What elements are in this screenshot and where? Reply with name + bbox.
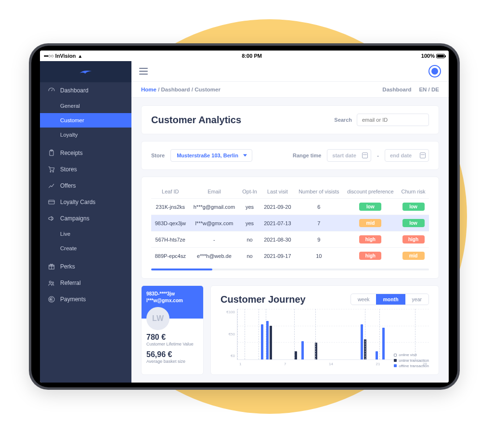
discount-badge: low bbox=[359, 203, 381, 211]
sidebar-item-label: Customer bbox=[60, 117, 84, 123]
column-header[interactable]: Last visit bbox=[260, 185, 295, 199]
sidebar-item-loyalty[interactable]: Loyalty bbox=[40, 128, 131, 142]
visit-marker bbox=[415, 309, 415, 359]
journey-chart: €100€50€0 17142128 online visit online bbox=[221, 309, 429, 367]
euro-icon bbox=[48, 295, 55, 303]
range-label: Range time bbox=[293, 153, 321, 158]
main-content: Home / Dashboard / Customer Dashboard EN… bbox=[131, 61, 449, 383]
chart-day bbox=[300, 309, 306, 359]
chart-day bbox=[367, 309, 373, 359]
cell-visits: 6 bbox=[295, 199, 343, 215]
sidebar-item-dashboard[interactable]: Dashboard bbox=[40, 82, 131, 99]
bar-online bbox=[295, 351, 297, 359]
breadcrumb-dashboard[interactable]: Dashboard bbox=[161, 87, 190, 92]
table-row[interactable]: 983D-qex3jwl***w@gmx.comyes2021-07-137mi… bbox=[151, 215, 429, 231]
page-header-card: Customer Analytics Search bbox=[141, 105, 439, 134]
chart-day bbox=[334, 309, 339, 359]
sidebar-item-live[interactable]: Live bbox=[40, 227, 131, 241]
sidebar-item-receipts[interactable]: Receipts bbox=[40, 145, 131, 161]
sidebar-item-general[interactable]: General bbox=[40, 99, 131, 113]
chart-day bbox=[253, 309, 259, 359]
breadcrumb-customer[interactable]: Customer bbox=[195, 87, 221, 92]
start-date-input[interactable]: start date bbox=[327, 149, 371, 162]
app-logo[interactable] bbox=[40, 61, 131, 82]
toggle-month[interactable]: month bbox=[376, 294, 405, 305]
toggle-year[interactable]: year bbox=[405, 294, 428, 305]
cell-visits: 10 bbox=[295, 248, 343, 264]
sidebar-item-label: Referral bbox=[60, 280, 81, 286]
end-date-input[interactable]: end date bbox=[385, 149, 429, 162]
sidebar-item-loyalty-cards[interactable]: Loyalty Cards bbox=[40, 194, 131, 210]
sidebar-item-payments[interactable]: Payments bbox=[40, 291, 131, 307]
breadcrumb: Home / Dashboard / Customer Dashboard EN… bbox=[131, 82, 449, 98]
table-row[interactable]: 889P-epc4sze***h@web.deno2021-09-1710hig… bbox=[151, 248, 429, 264]
customer-table-card: Leaf IDEmailOpt-InLast visitNumber of vi… bbox=[141, 177, 439, 279]
search-input[interactable] bbox=[357, 114, 429, 126]
chart-day bbox=[415, 309, 420, 359]
chart-day bbox=[259, 309, 265, 359]
gift-icon bbox=[48, 263, 55, 270]
clv-label: Customer Lifetime Value bbox=[146, 342, 198, 346]
svg-point-7 bbox=[52, 282, 53, 283]
tablet-frame: •••○○ InVision ▲ 8:00 PM 100% DashboardG… bbox=[29, 43, 460, 390]
chart-day bbox=[280, 309, 285, 359]
chart-day bbox=[347, 309, 353, 359]
column-header[interactable]: Opt-In bbox=[239, 185, 260, 199]
x-tick: 14 bbox=[329, 362, 333, 366]
lang-switch[interactable]: EN / DE bbox=[419, 87, 439, 92]
sidebar-item-perks[interactable]: Perks bbox=[40, 258, 131, 275]
chart-day bbox=[408, 309, 414, 359]
y-tick: €50 bbox=[221, 332, 235, 336]
column-header[interactable]: Email bbox=[190, 185, 239, 199]
table-row[interactable]: 567H-hts7ze-no2021-08-309highhigh bbox=[151, 231, 429, 248]
breadcrumb-home[interactable]: Home bbox=[141, 87, 156, 92]
churn-badge: mid bbox=[402, 252, 425, 260]
basket-value: 56,96 € bbox=[146, 350, 198, 359]
carrier-label: InVision bbox=[55, 53, 76, 59]
column-header[interactable]: Leaf ID bbox=[151, 185, 190, 199]
bird-icon bbox=[78, 67, 93, 76]
calendar-icon bbox=[362, 153, 368, 158]
discount-badge: high bbox=[359, 235, 381, 243]
sidebar-item-create[interactable]: Create bbox=[40, 241, 131, 256]
chart-day bbox=[266, 309, 272, 359]
cell-email: h***g@gmail.com bbox=[190, 199, 239, 215]
chart-day bbox=[320, 309, 326, 359]
profile-button[interactable] bbox=[428, 65, 441, 77]
sidebar-item-label: Campaigns bbox=[60, 215, 90, 222]
store-select[interactable]: Musterstraße 103, Berlin bbox=[170, 149, 252, 162]
sidebar-item-campaigns[interactable]: Campaigns bbox=[40, 210, 131, 227]
sidebar-item-customer[interactable]: Customer bbox=[40, 113, 131, 128]
visit-marker bbox=[245, 309, 245, 359]
column-header[interactable]: Number of visists bbox=[295, 185, 343, 199]
topbar bbox=[131, 61, 449, 82]
discount-badge: mid bbox=[359, 219, 381, 227]
sidebar-item-label: General bbox=[60, 103, 80, 109]
chart-legend: online visit online transaction offline … bbox=[394, 352, 429, 369]
sidebar: DashboardGeneralCustomerLoyaltyReceiptsS… bbox=[40, 61, 131, 383]
journey-title: Customer Journey bbox=[221, 294, 306, 305]
column-header[interactable]: Churn risk bbox=[398, 185, 429, 199]
sidebar-item-stores[interactable]: Stores bbox=[40, 161, 131, 178]
card-icon bbox=[48, 198, 55, 206]
bar-online bbox=[270, 326, 272, 359]
table-row[interactable]: 231K-jns2ksh***g@gmail.comyes2021-09-206… bbox=[151, 199, 429, 215]
menu-toggle-button[interactable] bbox=[139, 68, 148, 75]
scrollbar-thumb[interactable] bbox=[151, 269, 212, 270]
cell-last: 2021-08-30 bbox=[260, 231, 295, 248]
cart-icon bbox=[48, 166, 55, 173]
sidebar-item-offers[interactable]: Offers bbox=[40, 178, 131, 194]
bar-offline bbox=[376, 351, 378, 359]
column-header[interactable]: discount preference bbox=[343, 185, 398, 199]
bar-offline bbox=[301, 341, 304, 360]
horizontal-scrollbar[interactable] bbox=[151, 269, 429, 270]
dashboard-link[interactable]: Dashboard bbox=[382, 87, 411, 92]
chart-day bbox=[313, 309, 319, 359]
toggle-week[interactable]: week bbox=[351, 294, 376, 305]
chart-day bbox=[286, 309, 292, 359]
sidebar-item-referral[interactable]: Referral bbox=[40, 275, 131, 291]
megaphone-icon bbox=[48, 215, 55, 222]
cell-email: l***w@gmx.com bbox=[190, 215, 239, 231]
cell-id: 567H-hts7ze bbox=[151, 231, 190, 248]
chart-day bbox=[273, 309, 279, 359]
